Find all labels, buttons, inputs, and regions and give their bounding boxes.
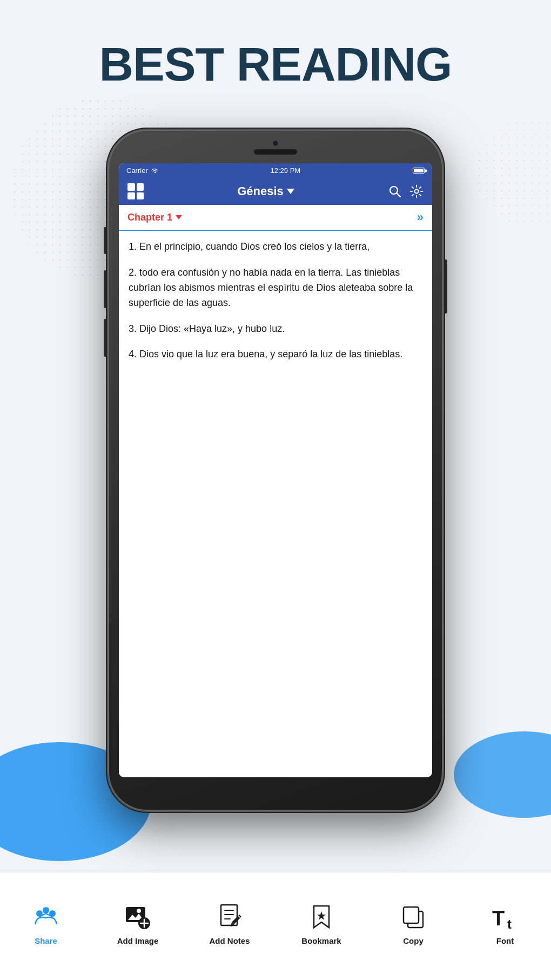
toolbar-item-share[interactable]: Share <box>16 902 76 945</box>
phone-power-button <box>444 259 447 314</box>
chapter-bar: Chapter 1 » <box>119 205 432 231</box>
add-notes-label: Add Notes <box>210 936 250 945</box>
book-name-label: Génesis <box>237 184 284 198</box>
share-icon <box>31 902 61 932</box>
bottom-toolbar: Share Add Image <box>0 872 551 980</box>
grid-menu-icon[interactable] <box>127 183 144 199</box>
phone-top-notch <box>254 141 297 155</box>
carrier-text: Carrier <box>126 166 148 175</box>
svg-point-2 <box>414 190 418 194</box>
svg-text:t: t <box>507 917 512 931</box>
add-notes-icon <box>214 902 245 932</box>
phone-mockup: Carrier 12:29 PM Génesis <box>108 130 443 832</box>
toolbar-item-add-image[interactable]: Add Image <box>108 902 167 945</box>
verse-3-text: 3. Dijo Dios: «Haya luz», y hubo luz. <box>129 323 285 334</box>
book-title[interactable]: Génesis <box>237 184 294 198</box>
phone-volume-up-button <box>104 270 107 308</box>
content-area: 1. En el principio, cuando Dios creó los… <box>119 231 432 777</box>
verse-1: 1. En el principio, cuando Dios creó los… <box>129 239 422 255</box>
verse-4: 4. Dios vio que la luz era buena, y sepa… <box>129 347 422 362</box>
chapter-forward-button[interactable]: » <box>417 210 424 224</box>
status-bar: Carrier 12:29 PM <box>119 163 432 178</box>
copy-label: Copy <box>403 936 424 945</box>
phone-camera <box>273 141 278 146</box>
verse-1-text: 1. En el principio, cuando Dios creó los… <box>129 241 369 252</box>
phone-speaker <box>254 149 297 155</box>
status-bar-left: Carrier <box>126 166 158 175</box>
toolbar-item-font[interactable]: T t Font <box>475 902 535 945</box>
toolbar-item-bookmark[interactable]: Bookmark <box>292 902 351 945</box>
copy-icon <box>398 902 428 932</box>
verse-3: 3. Dijo Dios: «Haya luz», y hubo luz. <box>129 322 422 337</box>
nav-bar: Génesis <box>119 178 432 205</box>
font-label: Font <box>496 936 514 945</box>
battery-icon <box>413 168 425 174</box>
phone-volume-down-button <box>104 319 107 357</box>
nav-action-icons <box>388 184 424 198</box>
add-image-label: Add Image <box>117 936 159 945</box>
settings-icon[interactable] <box>409 184 424 198</box>
wifi-icon <box>151 168 158 174</box>
svg-rect-20 <box>404 907 419 923</box>
share-label: Share <box>35 936 57 945</box>
status-time: 12:29 PM <box>271 166 301 175</box>
svg-point-9 <box>137 909 141 913</box>
toolbar-item-add-notes[interactable]: Add Notes <box>200 902 259 945</box>
search-icon[interactable] <box>388 184 402 198</box>
verse-4-text: 4. Dios vio que la luz era buena, y sepa… <box>129 349 402 359</box>
phone-screen: Carrier 12:29 PM Génesis <box>119 163 432 777</box>
svg-point-4 <box>43 907 49 914</box>
background-dots-right <box>475 119 551 227</box>
background-wave-right <box>454 731 551 818</box>
svg-text:T: T <box>492 907 505 930</box>
bookmark-label: Bookmark <box>301 936 341 945</box>
chapter-text: Chapter 1 <box>127 212 172 223</box>
book-dropdown-arrow <box>287 189 294 194</box>
chapter-dropdown-arrow <box>176 215 182 219</box>
chapter-label[interactable]: Chapter 1 <box>127 212 182 223</box>
font-icon: T t <box>490 902 520 932</box>
svg-line-1 <box>397 194 400 197</box>
svg-marker-18 <box>317 911 326 920</box>
page-title: BEST READING <box>0 37 551 92</box>
verse-2: 2. todo era confusión y no había nada en… <box>129 265 422 311</box>
toolbar-item-copy[interactable]: Copy <box>384 902 443 945</box>
bookmark-icon <box>306 902 337 932</box>
add-image-icon <box>123 902 153 932</box>
phone-mute-button <box>104 227 107 254</box>
phone-frame: Carrier 12:29 PM Génesis <box>108 130 443 811</box>
verse-2-text: 2. todo era confusión y no había nada en… <box>129 267 413 308</box>
